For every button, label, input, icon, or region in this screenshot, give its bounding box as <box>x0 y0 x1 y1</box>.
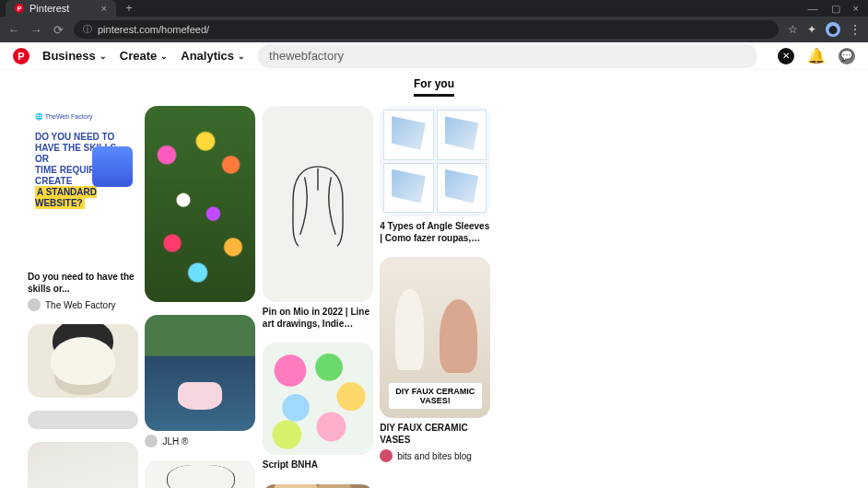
address-bar[interactable]: ⓘ pinterest.com/homefeed/ <box>74 20 779 39</box>
url-text: pinterest.com/homefeed/ <box>98 24 209 35</box>
pin[interactable] <box>263 484 373 489</box>
author-name: JLH ® <box>162 436 188 447</box>
menu-business[interactable]: Business⌄ <box>42 49 107 63</box>
author-avatar-icon <box>380 449 393 462</box>
pin-image[interactable] <box>263 343 373 455</box>
browser-tab[interactable]: P Pinterest × <box>6 0 116 17</box>
chevron-down-icon: ⌄ <box>160 52 168 61</box>
pin-author[interactable]: bits and bites blog <box>380 449 490 462</box>
back-icon[interactable]: ← <box>7 23 20 37</box>
author-avatar-icon <box>28 298 41 311</box>
pin-image[interactable] <box>28 442 138 488</box>
forward-icon[interactable]: → <box>29 23 42 37</box>
browser-chrome: P Pinterest × + — ▢ × ← → ⟳ ⓘ pinterest.… <box>0 0 868 42</box>
pin-author[interactable]: JLH ® <box>145 435 255 447</box>
pin-image[interactable] <box>380 106 490 216</box>
pin-title: DIY FAUX CERAMIC VASES <box>380 423 490 446</box>
pin-title: Pin on Mio in 2022 | Line art drawings, … <box>263 307 373 330</box>
extensions-icon[interactable]: ✦ <box>807 23 816 36</box>
close-window-icon[interactable]: × <box>853 3 859 15</box>
pin-image[interactable] <box>263 484 373 489</box>
close-icon[interactable]: × <box>101 3 107 14</box>
author-name: The Web Factory <box>45 300 116 310</box>
pin[interactable]: Pine Trees Watercolor |Trees...FoundCute <box>28 442 138 488</box>
kebab-icon[interactable]: ⋮ <box>850 23 861 36</box>
pin-title: Script BNHA <box>263 459 373 471</box>
tab-for-you[interactable]: For you <box>414 77 454 97</box>
lock-icon: ⓘ <box>83 23 92 36</box>
pin-image[interactable]: 🌐 TheWeb FactoryDO YOU NEED TO HAVE THE … <box>28 106 138 267</box>
pin[interactable]: 🌐 TheWeb FactoryDO YOU NEED TO HAVE THE … <box>28 106 138 311</box>
pin[interactable]: 4 Types of Angle Sleeves | Como fazer ro… <box>380 106 490 244</box>
pin-grid: 🌐 TheWeb FactoryDO YOU NEED TO HAVE THE … <box>0 97 868 488</box>
favicon-icon: P <box>15 4 24 13</box>
window-controls: — ▢ × <box>808 3 868 15</box>
chevron-down-icon: ⌄ <box>238 52 245 61</box>
pin-title: 4 Types of Angle Sleeves | Como fazer ro… <box>380 221 490 244</box>
pin[interactable]: Script BNHA <box>263 343 373 471</box>
new-tab-button[interactable]: + <box>122 2 136 15</box>
pin-image[interactable]: DIY FAUX CERAMIC VASES! <box>380 257 490 418</box>
maximize-icon[interactable]: ▢ <box>831 3 840 15</box>
pin-image[interactable] <box>145 460 255 488</box>
pin-image[interactable] <box>263 106 373 302</box>
pin[interactable]: JLH ® <box>145 315 255 447</box>
pin[interactable]: Pin on Mio in 2022 | Line art drawings, … <box>263 106 373 330</box>
pin-image[interactable] <box>28 324 138 398</box>
author-name: bits and bites blog <box>397 451 472 461</box>
search-input[interactable]: thewebfactory <box>258 44 757 68</box>
pin-image[interactable] <box>145 106 255 302</box>
star-icon[interactable]: ☆ <box>788 23 798 36</box>
pin-title: Do you need to have the skills or... <box>28 272 138 295</box>
chat-icon[interactable]: 💬 <box>839 48 855 64</box>
pin[interactable] <box>28 324 138 398</box>
address-bar-row: ← → ⟳ ⓘ pinterest.com/homefeed/ ☆ ✦ ⬤ ⋮ <box>0 17 868 42</box>
pin-image[interactable] <box>28 411 138 429</box>
pinterest-logo-icon[interactable]: P <box>13 48 29 64</box>
pin-image[interactable] <box>145 315 255 431</box>
minimize-icon[interactable]: — <box>808 3 818 15</box>
pin[interactable] <box>145 106 255 302</box>
pin[interactable] <box>28 411 138 429</box>
tab-title: Pinterest <box>29 3 96 14</box>
pin[interactable] <box>145 460 255 488</box>
menu-create[interactable]: Create⌄ <box>120 49 168 63</box>
tab-bar: P Pinterest × + — ▢ × <box>0 0 868 17</box>
chevron-down-icon: ⌄ <box>100 52 107 61</box>
clear-search-icon[interactable]: ✕ <box>778 48 794 64</box>
profile-avatar[interactable]: ⬤ <box>826 22 840 37</box>
bell-icon[interactable]: 🔔 <box>807 47 826 64</box>
feed-tabs: For you <box>0 70 868 97</box>
pin[interactable]: DIY FAUX CERAMIC VASES!DIY FAUX CERAMIC … <box>380 257 490 462</box>
pin-author[interactable]: The Web Factory <box>28 298 138 311</box>
search-text: thewebfactory <box>269 49 344 63</box>
author-avatar-icon <box>145 435 158 447</box>
reload-icon[interactable]: ⟳ <box>52 23 65 37</box>
pinterest-header: P Business⌄ Create⌄ Analytics⌄ thewebfac… <box>0 42 868 70</box>
menu-analytics[interactable]: Analytics⌄ <box>181 49 245 63</box>
